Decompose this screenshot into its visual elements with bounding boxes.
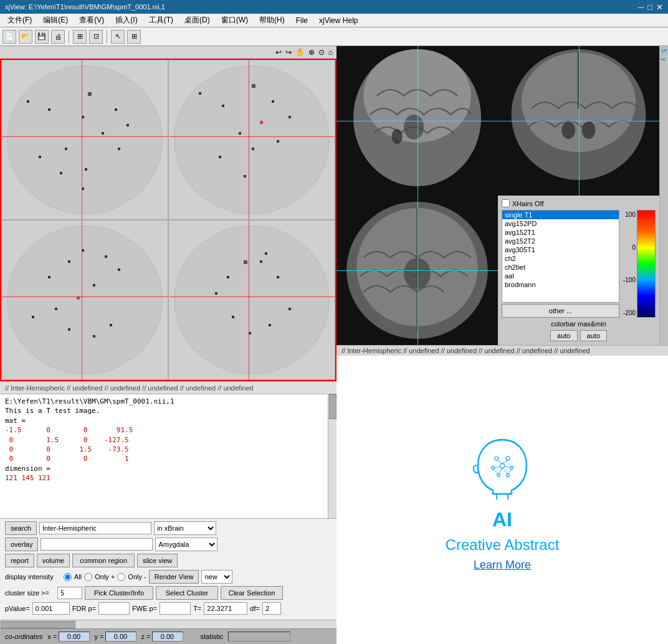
atlas-item-aal[interactable]: aal: [502, 272, 619, 280]
menu-view[interactable]: 查看(V): [74, 14, 109, 27]
select-cluster-button[interactable]: Select Cluster: [156, 586, 218, 600]
toolbar-tool2[interactable]: ⊞: [127, 30, 141, 44]
cluster-size-label: cluster size >=: [5, 589, 55, 597]
maximize-button[interactable]: □: [647, 2, 652, 12]
atlas-item-avg152t2[interactable]: avg152T2: [502, 237, 619, 245]
menu-tools[interactable]: 工具(T): [144, 14, 178, 27]
t-input[interactable]: [204, 602, 247, 615]
strip-label-s[interactable]: S: [660, 46, 668, 55]
intensity-label: display intensity: [5, 573, 61, 580]
atlas-item-ch2[interactable]: ch2: [502, 254, 619, 263]
viewer-btn-zoom-in[interactable]: ⊕: [307, 48, 316, 57]
mri-coronal[interactable]: [498, 46, 659, 196]
only-plus-radio[interactable]: [84, 573, 92, 581]
search-input[interactable]: [39, 522, 151, 534]
auto-btn-1[interactable]: auto: [550, 330, 577, 341]
hscroll[interactable]: [0, 620, 336, 628]
slice-bottom-right[interactable]: [168, 220, 335, 380]
info-scrollbar[interactable]: [328, 394, 336, 518]
close-button[interactable]: ✕: [656, 2, 663, 12]
inter-status-text: // Inter-Hemispheric // undefined // und…: [341, 347, 590, 354]
viewer-btn-back[interactable]: ↩: [274, 48, 283, 57]
x-coord-group: x = 0.00: [48, 632, 90, 642]
volume-button[interactable]: volume: [37, 554, 70, 567]
slice-view-button[interactable]: slice view: [137, 554, 178, 567]
menu-xjview-help[interactable]: xjView Help: [314, 15, 363, 26]
search-button[interactable]: search: [5, 521, 37, 535]
info-filepath: E:\Yefen\T1\result\VBM\GM\spmT_0001.nii,…: [5, 397, 174, 405]
overlay-button[interactable]: overlay: [5, 537, 38, 551]
common-region-button[interactable]: common region: [72, 554, 135, 567]
viewer-btn-zoom-out[interactable]: ⊙: [317, 48, 326, 57]
df-input[interactable]: [262, 602, 281, 615]
svg-point-14: [506, 457, 510, 460]
auto-btn-2[interactable]: auto: [580, 330, 607, 341]
menu-window[interactable]: 窗口(W): [216, 14, 253, 27]
strip-label-y[interactable]: y: [660, 55, 668, 64]
viewer-btn-home[interactable]: ⌂: [327, 48, 334, 57]
menu-insert[interactable]: 插入(I): [110, 14, 142, 27]
toolbar-print[interactable]: 🖨: [51, 30, 65, 44]
toolbar-view1[interactable]: ⊞: [73, 30, 87, 44]
menu-desktop[interactable]: 桌面(D): [179, 14, 215, 27]
brain-slice-grid[interactable]: [0, 59, 336, 381]
toolbar-view2[interactable]: ⊡: [89, 30, 103, 44]
menu-file[interactable]: 文件(F): [2, 14, 37, 27]
colorbar-section: XHairs Off single T1 avg152PD avg152T1 a…: [498, 196, 659, 345]
toolbar-sep2: [107, 31, 107, 43]
slice-top-left[interactable]: [1, 60, 168, 220]
ad-learn-more-link[interactable]: Learn More: [474, 559, 531, 572]
toolbar-open[interactable]: 📂: [19, 30, 32, 44]
viewer-btn-forward[interactable]: ↪: [284, 48, 293, 57]
info-scroll-thumb[interactable]: [329, 394, 336, 419]
fwe-input[interactable]: [160, 602, 191, 615]
clear-selection-button[interactable]: Clear Selection: [221, 586, 283, 600]
y-coord-group: y = 0.00: [95, 632, 136, 642]
atlas-item-brodmann[interactable]: brodmann: [502, 280, 619, 289]
atlas-item-ch2bet[interactable]: ch2bet: [502, 263, 619, 272]
info-dim-values: 121 145 121: [5, 474, 50, 482]
menu-edit[interactable]: 编辑(E): [38, 14, 73, 27]
viewer-btn-pan[interactable]: ✋: [294, 48, 306, 57]
xhairs-checkbox: XHairs Off: [502, 199, 656, 207]
info-panel[interactable]: E:\Yefen\T1\result\VBM\GM\spmT_0001.nii,…: [0, 394, 336, 518]
toolbar: 📄 📂 💾 🖨 ⊞ ⊡ ↖ ⊞: [0, 27, 668, 46]
overlay-dropdown[interactable]: Amygdala: [155, 537, 217, 551]
render-view-button[interactable]: Render View: [149, 570, 199, 584]
all-radio[interactable]: [64, 573, 72, 581]
atlas-list[interactable]: single T1 avg152PD avg152T1 avg152T2 avg…: [502, 210, 619, 303]
mri-axial[interactable]: [336, 196, 498, 345]
toolbar-save[interactable]: 💾: [35, 30, 49, 44]
minimize-button[interactable]: ─: [638, 2, 644, 12]
slice-bottom-left[interactable]: [1, 220, 168, 380]
new-dropdown[interactable]: new: [201, 570, 232, 584]
search-dropdown[interactable]: in xBrain: [154, 521, 216, 535]
z-label: z =: [141, 633, 151, 640]
menu-file-en[interactable]: File: [291, 15, 313, 26]
other-button[interactable]: other ...: [502, 304, 619, 318]
atlas-item-single-t1[interactable]: single T1: [502, 211, 619, 219]
overlay-input[interactable]: [41, 538, 153, 551]
atlas-item-avg305t1[interactable]: avg305T1: [502, 245, 619, 254]
toolbar-cursor[interactable]: ↖: [111, 30, 125, 44]
overlay-row: overlay Amygdala: [5, 537, 332, 551]
atlas-item-avg152pd[interactable]: avg152PD: [502, 219, 619, 228]
report-button[interactable]: report: [5, 554, 34, 567]
pvalue-input[interactable]: [32, 602, 70, 615]
toolbar-new[interactable]: 📄: [2, 30, 16, 44]
cluster-size-input[interactable]: [57, 587, 82, 599]
mri-sagittal[interactable]: [336, 46, 498, 196]
svg-point-2: [404, 115, 424, 140]
only-minus-radio[interactable]: [117, 573, 125, 581]
hscroll-thumb[interactable]: [1, 621, 75, 628]
menu-help[interactable]: 帮助(H): [254, 14, 290, 27]
fdr-input[interactable]: [98, 602, 130, 615]
pick-cluster-button[interactable]: Pick Cluster/Info: [85, 586, 153, 600]
atlas-item-avg152t1[interactable]: avg152T1: [502, 228, 619, 237]
slice-top-right[interactable]: [168, 60, 335, 220]
report-row: report volume common region slice view: [5, 554, 332, 567]
svg-point-19: [507, 473, 510, 476]
xhairs-checkbox-input[interactable]: [502, 199, 510, 207]
sagittal-crosshair-v: [418, 46, 418, 196]
svg-point-13: [495, 457, 499, 460]
